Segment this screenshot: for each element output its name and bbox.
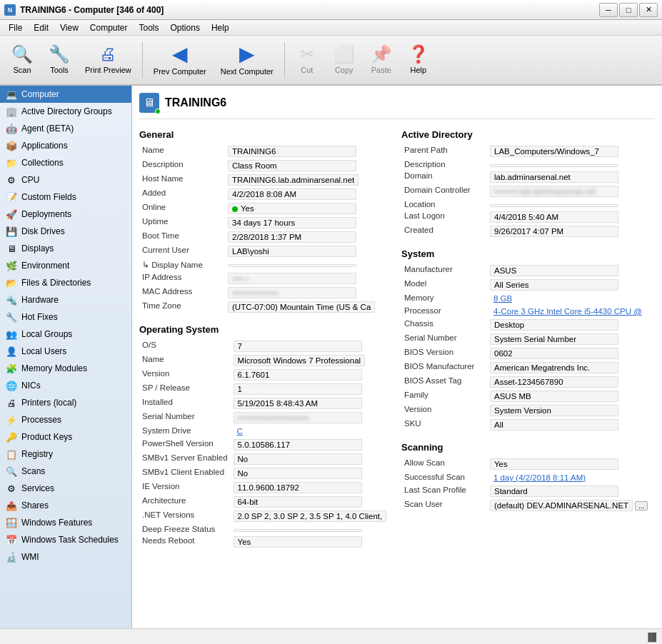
computer-icon: 💻 [6,89,17,100]
active-directory-groups-icon: 🏢 [6,106,17,117]
table-row: Parent PathLAB_Computers/Windows_7 [401,144,655,159]
windows-features-icon: 🪟 [6,517,17,528]
table-row: Current UserLAB\yoshi [139,244,393,258]
content-area: 🖥 TRAINING6 General NameTRAINING6Descrip… [132,86,662,628]
sidebar-item-active-directory-groups[interactable]: 🏢Active Directory Groups [0,103,131,120]
sidebar-item-services[interactable]: ⚙Services [0,480,131,497]
help-icon: ❓ [408,46,429,63]
sidebar-item-files-directories[interactable]: 📂Files & Directories [0,274,131,291]
field-label: Last Scan Profile [401,484,487,498]
field-value: All [490,419,618,431]
field-label: IE Version [139,481,231,495]
toolbar-separator-5 [284,42,285,78]
field-value: TRAINING6.lab.adminarsenal.net [228,174,358,186]
sidebar-item-registry[interactable]: 📋Registry [0,446,131,463]
field-label: Scan User [401,498,487,513]
field-label: Chassis [401,318,487,332]
table-row: Successful Scan1 day (4/2/2018 8:11 AM) [401,471,655,484]
field-value-link[interactable]: 8 GB [490,293,618,303]
scanning-table: Allow ScanYesSuccessful Scan1 day (4/2/2… [401,457,655,513]
sidebar-item-displays[interactable]: 🖥Displays [0,240,131,257]
custom-fields-label: Custom Fields [21,192,76,202]
menu-item-edit[interactable]: Edit [28,21,54,34]
field-value-cell [231,523,393,535]
sidebar-item-local-users[interactable]: 👤Local Users [0,343,131,360]
maximize-button[interactable]: □ [619,3,638,17]
sidebar-item-processes[interactable]: ⚡Processes [0,411,131,428]
field-value-cell: 4-Core 3 GHz Intel Core i5-4430 CPU @ [487,305,655,318]
table-row: BIOS Version0602 [401,346,655,361]
sidebar-item-custom-fields[interactable]: 📝Custom Fields [0,188,131,206]
field-value: 9/26/2017 4:07 PM [490,226,618,237]
sidebar-item-local-groups[interactable]: 👥Local Groups [0,326,131,343]
sidebar-item-hot-fixes[interactable]: 🔧Hot Fixes [0,308,131,326]
sidebar-item-shares[interactable]: 📤Shares [0,497,131,514]
sidebar-item-nics[interactable]: 🌐NICs [0,377,131,394]
menu-item-tools[interactable]: Tools [134,21,165,34]
sidebar-item-product-keys[interactable]: 🔑Product Keys [0,428,131,446]
copy-icon: ⬜ [333,46,355,63]
sidebar-item-computer[interactable]: 💻Computer [0,86,131,103]
menu-item-view[interactable]: View [54,21,84,34]
field-value-cell: Yes [225,201,393,216]
toolbar-btn-tools[interactable]: 🔧Tools [41,39,77,81]
print-preview-icon: 🖨 [99,46,116,63]
sidebar-item-agent-beta[interactable]: 🤖Agent (BETA) [0,120,131,137]
table-row: BIOS ManufacturerAmerican Megatrends Inc… [401,361,655,375]
table-row: OnlineYes [139,201,393,216]
table-row: O/S7 [139,339,393,353]
toolbar-btn-print-preview[interactable]: 🖨Print Preview [79,39,138,81]
statusbar: ▐█ [0,628,662,644]
ellipsis-button[interactable]: ... [635,501,648,510]
toolbar-btn-scan[interactable]: 🔍Scan [4,39,40,81]
next-computer-label: Next Computer [221,67,274,76]
sidebar-item-environment[interactable]: 🌿Environment [0,257,131,274]
toolbar-btn-help[interactable]: ❓Help [401,39,436,81]
sidebar-item-windows-features[interactable]: 🪟Windows Features [0,514,131,531]
menu-item-options[interactable]: Options [165,21,206,34]
printers-local-icon: 🖨 [6,397,17,408]
field-value: American Megatrends Inc. [490,362,618,373]
sidebar-item-memory-modules[interactable]: 🧩Memory Modules [0,360,131,377]
sidebar-item-cpu[interactable]: ⚙CPU [0,171,131,188]
sidebar-item-windows-task-schedules[interactable]: 📅Windows Task Schedules [0,531,131,548]
toolbar-btn-copy: ⬜Copy [326,39,362,81]
sidebar-item-hardware[interactable]: 🔩Hardware [0,291,131,308]
table-row: IP Address••••.• [139,271,393,286]
sidebar-item-printers-local[interactable]: 🖨Printers (local) [0,394,131,411]
sidebar-item-disk-drives[interactable]: 💾Disk Drives [0,223,131,240]
toolbar-btn-next-computer[interactable]: ▶Next Computer [214,39,280,81]
field-label: Current User [139,244,225,258]
sidebar-item-deployments[interactable]: 🚀Deployments [0,206,131,223]
computer-name: TRAINING6 [165,96,226,109]
sidebar-item-scans[interactable]: 🔍Scans [0,463,131,480]
table-row: Description [401,159,655,170]
field-value-cell: 0602 [487,346,655,361]
field-value-link[interactable]: C [234,426,362,436]
menu-item-help[interactable]: Help [206,21,235,34]
field-value-link[interactable]: 4-Core 3 GHz Intel Core i5-4430 CPU @ [490,306,646,316]
table-row: Domainlab.adminarsenal.net [401,170,655,184]
sidebar-item-wmi[interactable]: 🔬WMI [0,548,131,565]
field-label: Uptime [139,216,225,230]
minimize-button[interactable]: ─ [599,3,618,17]
menu-item-computer[interactable]: Computer [84,21,134,34]
close-button[interactable]: ✕ [639,3,658,17]
field-value: 2/28/2018 1:37 PM [228,231,356,243]
menu-item-file[interactable]: File [3,21,28,34]
field-value-cell: No [231,452,393,466]
table-row: Architecture64-bit [139,495,393,509]
field-label: Host Name [139,173,225,187]
titlebar: N TRAINING6 - Computer [346 of 400] ─ □ … [0,0,662,20]
system-title: System [401,248,655,259]
files-directories-icon: 📂 [6,277,17,288]
sidebar-item-applications[interactable]: 📦Applications [0,137,131,154]
field-value-link[interactable]: 1 day (4/2/2018 8:11 AM) [490,473,618,483]
table-row: Allow ScanYes [401,457,655,471]
field-value: 64-bit [234,496,362,508]
scan-label: Scan [13,66,31,74]
titlebar-controls: ─ □ ✕ [599,3,658,17]
field-value: 4/2/2018 8:08 AM [228,188,356,200]
sidebar-item-collections[interactable]: 📁Collections [0,154,131,171]
toolbar-btn-prev-computer[interactable]: ◀Prev Computer [147,39,213,81]
